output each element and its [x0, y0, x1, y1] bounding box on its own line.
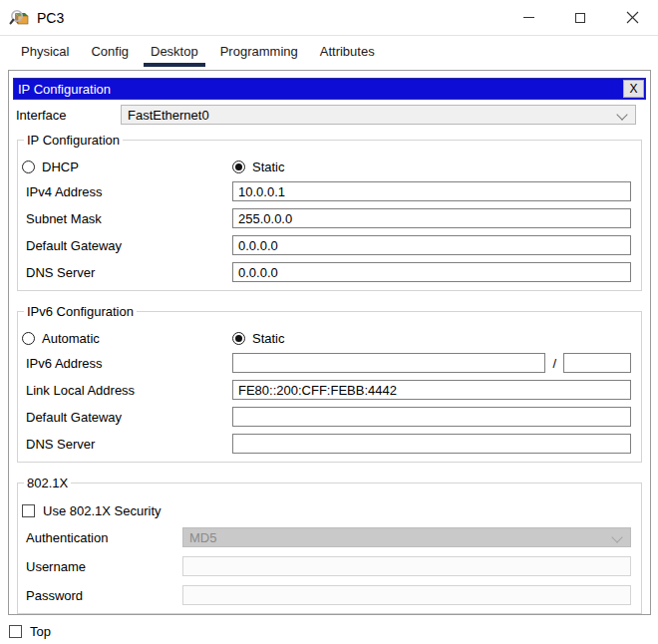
ipv4-address-row: IPv4 Address [22, 181, 631, 201]
ipv6-automatic-radio-label: Automatic [42, 331, 100, 346]
ipv6-static-radio-label: Static [252, 331, 285, 346]
ipv6-dns-server-input[interactable] [232, 434, 631, 454]
interface-label: Interface [13, 108, 121, 123]
radio-unchecked-icon [22, 332, 35, 345]
subnet-mask-input[interactable] [232, 208, 631, 228]
ipv6-dns-server-label: DNS Server [22, 437, 232, 452]
ipv6-prefix-separator: / [552, 356, 556, 371]
password-label: Password [22, 588, 182, 603]
interface-selected-value: FastEthernet0 [128, 108, 209, 123]
ip-configuration-group: IP Configuration DHCP Static IPv4 Addres… [17, 133, 642, 291]
interface-select[interactable]: FastEthernet0 [121, 105, 636, 125]
static-radio[interactable]: Static [232, 160, 443, 174]
radio-checked-icon [232, 161, 245, 173]
dns-server-label: DNS Server [22, 265, 232, 280]
username-row: Username [22, 556, 631, 576]
radio-checked-icon [232, 332, 245, 345]
pc3-device-window: PC3 Physical Config Desktop Programming … [0, 0, 658, 644]
ipv6-address-input[interactable] [232, 353, 545, 373]
dialog-title: IP Configuration [18, 82, 111, 97]
default-gateway-label: Default Gateway [22, 238, 232, 253]
footer-bar: Top [0, 618, 658, 644]
link-local-address-label: Link Local Address [22, 383, 232, 398]
ipv6-configuration-legend: IPv6 Configuration [24, 304, 137, 319]
ipv6-default-gateway-row: Default Gateway [22, 407, 631, 427]
ip-configuration-dialog-header: IP Configuration X [13, 78, 646, 100]
ip-mode-radio-row: DHCP Static [22, 160, 631, 174]
username-label: Username [22, 559, 182, 574]
subnet-mask-label: Subnet Mask [22, 211, 232, 226]
ipv4-address-label: IPv4 Address [22, 184, 232, 199]
ipv6-default-gateway-label: Default Gateway [22, 410, 232, 425]
minimize-icon [523, 17, 534, 18]
link-local-address-input[interactable] [232, 380, 631, 400]
tab-desktop[interactable]: Desktop [140, 37, 209, 68]
dot1x-group: 802.1X Use 802.1X Security Authenticatio… [17, 476, 642, 614]
ipv4-address-input[interactable] [232, 181, 631, 201]
radio-unchecked-icon [22, 161, 35, 173]
dot1x-legend: 802.1X [24, 476, 71, 490]
tab-config[interactable]: Config [80, 37, 140, 68]
ipv6-dns-server-row: DNS Server [22, 434, 631, 454]
checkbox-unchecked-icon [22, 504, 35, 517]
dns-server-input[interactable] [232, 262, 631, 282]
dialog-close-button[interactable]: X [623, 80, 644, 98]
tab-programming[interactable]: Programming [209, 37, 309, 68]
use-8021x-security-label: Use 802.1X Security [43, 503, 162, 518]
minimize-button[interactable] [502, 0, 554, 35]
desktop-content-panel: IP Configuration X Interface FastEtherne… [8, 70, 651, 615]
use-8021x-security-checkbox[interactable]: Use 802.1X Security [22, 503, 631, 518]
window-title: PC3 [37, 10, 64, 26]
ipv6-address-row: IPv6 Address / [22, 353, 631, 373]
authentication-label: Authentication [22, 530, 182, 545]
maximize-icon [575, 13, 585, 23]
authentication-select: MD5 [182, 527, 631, 547]
titlebar: PC3 [0, 0, 658, 36]
username-input [182, 556, 631, 576]
default-gateway-input[interactable] [232, 235, 631, 255]
chevron-down-icon [611, 531, 622, 542]
ipv6-automatic-radio[interactable]: Automatic [22, 331, 232, 346]
top-checkbox[interactable] [9, 625, 22, 638]
subnet-mask-row: Subnet Mask [22, 208, 631, 228]
ip-configuration-legend: IP Configuration [24, 133, 123, 148]
default-gateway-row: Default Gateway [22, 235, 631, 255]
authentication-selected-value: MD5 [189, 530, 216, 545]
dns-server-row: DNS Server [22, 262, 631, 282]
ipv6-configuration-group: IPv6 Configuration Automatic Static IPv6… [17, 304, 642, 463]
dhcp-radio-label: DHCP [42, 160, 79, 174]
password-row: Password [22, 585, 631, 605]
ipv6-static-radio[interactable]: Static [232, 331, 443, 346]
tab-bar: Physical Config Desktop Programming Attr… [0, 36, 658, 69]
password-input [182, 585, 631, 605]
link-local-address-row: Link Local Address [22, 380, 631, 400]
tab-physical[interactable]: Physical [10, 37, 80, 68]
window-controls [502, 0, 658, 35]
close-button[interactable] [606, 0, 658, 35]
dhcp-radio[interactable]: DHCP [22, 160, 232, 174]
top-checkbox-label: Top [30, 624, 51, 639]
authentication-row: Authentication MD5 [22, 527, 631, 547]
ipv6-mode-radio-row: Automatic Static [22, 331, 631, 346]
ipv6-default-gateway-input[interactable] [232, 407, 631, 427]
ipv6-address-label: IPv6 Address [22, 356, 232, 371]
tab-attributes[interactable]: Attributes [309, 37, 386, 68]
static-radio-label: Static [252, 160, 285, 174]
chevron-down-icon [616, 109, 627, 120]
packet-tracer-icon [9, 7, 30, 28]
ipv6-prefix-input[interactable] [563, 353, 631, 373]
interface-row: Interface FastEthernet0 [13, 105, 646, 125]
maximize-button[interactable] [554, 0, 606, 35]
close-icon [626, 11, 639, 24]
